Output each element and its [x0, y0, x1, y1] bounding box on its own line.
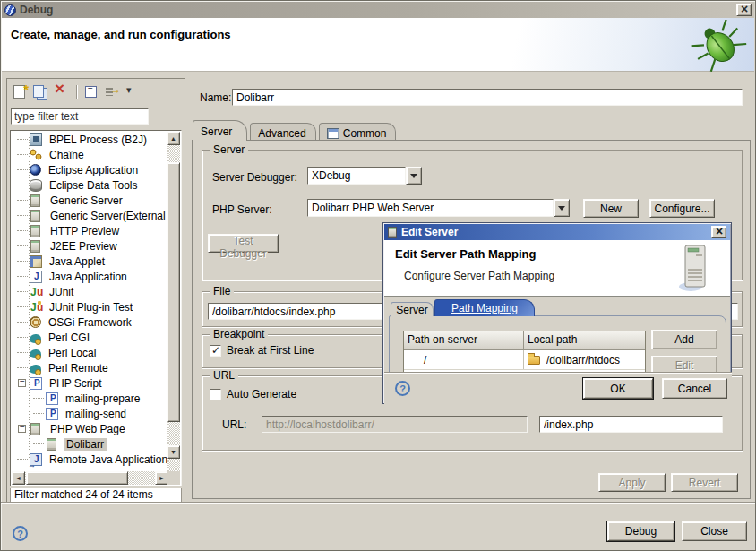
tab-advanced[interactable]: Advanced [250, 123, 315, 141]
horizontal-scroll-thumb[interactable] [26, 471, 128, 485]
local-path-value: /dolibarr/htdocs [546, 354, 620, 366]
tree-item-mailing-send[interactable]: mailing-send [12, 406, 167, 421]
new-server-button[interactable]: New [583, 199, 639, 218]
tree-guide-line [17, 215, 28, 216]
edit-server-dialog: Edit Server Edit Server Path Mapping Con… [382, 222, 732, 404]
help-icon[interactable]: ? [13, 526, 28, 541]
tree-horizontal-scrollbar[interactable]: ◄ ► [12, 471, 168, 485]
url-path-input[interactable] [539, 416, 723, 433]
filter-input[interactable] [11, 108, 149, 125]
server-icon [30, 194, 40, 207]
tree-item-php-web-page[interactable]: PHP Web Page [12, 421, 167, 436]
tree-item-eclipse-application[interactable]: Eclipse Application [12, 162, 167, 177]
tree-item-dolibarr[interactable]: Dolibarr [12, 436, 167, 452]
dropdown-arrow-icon[interactable] [406, 167, 422, 185]
revert-button[interactable]: Revert [671, 473, 738, 492]
break-first-line-checkbox[interactable]: Break at First Line [210, 344, 314, 357]
tree-expander-icon[interactable] [18, 425, 26, 433]
database-icon [30, 179, 42, 192]
tree-item-remote-java-application[interactable]: Remote Java Application [12, 452, 167, 467]
checkbox-icon[interactable] [210, 389, 221, 400]
checkbox-icon[interactable] [210, 345, 221, 357]
tab-server[interactable]: Server [193, 120, 247, 141]
php-server-combo[interactable]: Dolibarr PHP Web Server [307, 199, 570, 217]
configure-server-button[interactable]: Configure... [649, 199, 715, 218]
tree-guide-line [33, 413, 44, 414]
tree-item-http-preview[interactable]: HTTP Preview [12, 223, 167, 238]
column-header-path-on-server[interactable]: Path on server [404, 331, 524, 350]
tree-item-label: Remote Java Application [47, 453, 167, 466]
tree-item-java-applet[interactable]: Java Applet [12, 254, 167, 269]
junit-icon [30, 286, 42, 298]
tree-item-perl-cgi[interactable]: Perl CGI [12, 330, 167, 345]
tree-guide-line [17, 276, 28, 277]
debug-button[interactable]: Debug [607, 521, 674, 541]
table-row[interactable]: //dolibarr/htdocs [404, 350, 645, 369]
filter-icon[interactable] [104, 83, 122, 99]
tree-item-label: HTTP Preview [47, 225, 122, 237]
vertical-scroll-thumb[interactable] [167, 162, 180, 422]
close-button[interactable]: Close [682, 521, 747, 541]
tree-item-label: Eclipse Application [46, 164, 141, 176]
tree-item-bpel-process-b2j[interactable]: BPEL Process (B2J) [12, 132, 167, 147]
test-debugger-button[interactable]: Test Debugger [208, 234, 279, 253]
server-debugger-value: XDebug [307, 167, 406, 185]
dialog-help-icon[interactable]: ? [395, 381, 410, 396]
window-titlebar[interactable]: Debug [2, 2, 754, 18]
tree-vertical-scrollbar[interactable]: ▲ ▼ [167, 132, 180, 473]
tree-item-perl-remote[interactable]: Perl Remote [12, 360, 167, 375]
dropdown-arrow-icon[interactable] [554, 199, 570, 217]
cancel-button[interactable]: Cancel [662, 378, 727, 399]
perl-icon [30, 349, 41, 358]
tree-guide-line [17, 322, 28, 323]
table-icon [327, 128, 339, 139]
php-script-icon [30, 377, 42, 390]
tree-item-label: Generic Server(External La [47, 210, 167, 222]
delete-icon[interactable] [52, 83, 70, 99]
php-script-icon [46, 408, 58, 420]
tab-common[interactable]: Common [319, 123, 397, 141]
tree-item-label: PHP Web Page [47, 423, 128, 435]
tree-guide-line [17, 261, 28, 262]
edit-server-close-button[interactable] [711, 226, 726, 238]
perl-icon [30, 365, 41, 374]
tree-item-java-application[interactable]: Java Application [12, 269, 167, 284]
tree-item-generic-server-external-la[interactable]: Generic Server(External La [12, 208, 167, 223]
tree-item-junit[interactable]: JUnit [12, 284, 167, 299]
scroll-down-button[interactable]: ▼ [167, 445, 180, 459]
tree-item-eclipse-data-tools[interactable]: Eclipse Data Tools [12, 177, 167, 193]
name-input[interactable] [232, 89, 743, 106]
tree-item-osgi-framework[interactable]: OSGi Framework [12, 314, 167, 330]
dialog-tab-path-mapping[interactable]: Path Mapping [434, 299, 535, 316]
scroll-left-button[interactable]: ◄ [12, 471, 25, 485]
scroll-up-button[interactable]: ▲ [167, 132, 180, 145]
auto-generate-checkbox[interactable]: Auto Generate [210, 388, 296, 400]
server-debugger-combo[interactable]: XDebug [307, 167, 422, 185]
folder-icon [528, 356, 540, 365]
tree-item-cha-ne[interactable]: Chaîne [12, 147, 167, 162]
dialog-tab-server[interactable]: Server [391, 302, 434, 316]
tree-item-label: Perl Local [46, 347, 99, 359]
new-config-icon[interactable] [11, 83, 29, 99]
window-close-button[interactable] [736, 4, 752, 16]
file-group-legend: File [210, 285, 234, 297]
local-path-cell: /dolibarr/htdocs [524, 350, 645, 369]
tree-item-mailing-prepare[interactable]: mailing-prepare [12, 391, 167, 406]
edit-server-titlebar[interactable]: Edit Server [384, 224, 730, 240]
tree-item-j2ee-preview[interactable]: J2EE Preview [12, 238, 167, 254]
tree-item-perl-local[interactable]: Perl Local [12, 345, 167, 360]
tree-item-generic-server[interactable]: Generic Server [12, 193, 167, 208]
collapse-all-icon[interactable] [83, 83, 101, 99]
tree-item-junit-plug-in-test[interactable]: JUnit Plug-in Test [12, 299, 167, 314]
duplicate-icon[interactable] [31, 83, 49, 99]
column-header-local-path[interactable]: Local path [524, 331, 645, 350]
left-toolbar [11, 82, 135, 101]
ok-button[interactable]: OK [583, 378, 653, 399]
menu-dropdown-icon[interactable] [125, 83, 135, 99]
tree-guide-line [17, 459, 28, 460]
tree-expander-icon[interactable] [18, 379, 26, 387]
apply-button[interactable]: Apply [598, 473, 666, 492]
add-mapping-button[interactable]: Add [651, 330, 717, 349]
tree-guide-line [17, 367, 28, 368]
tree-item-php-script[interactable]: PHP Script [12, 375, 167, 391]
